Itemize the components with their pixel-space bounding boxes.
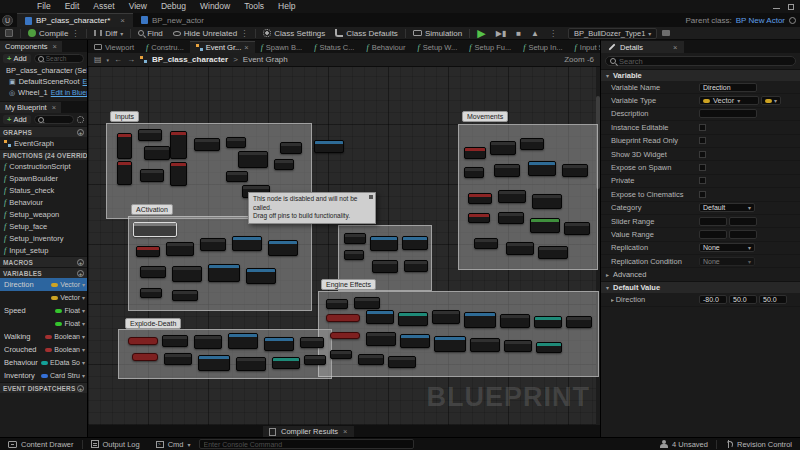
graph-node-dark[interactable] bbox=[474, 238, 498, 249]
graph-node-blue[interactable] bbox=[366, 310, 394, 324]
variable-row[interactable]: InventoryCard Stru▾ bbox=[0, 369, 87, 382]
variable-section-header[interactable]: ▾Variable bbox=[601, 69, 800, 81]
frame-skip-button[interactable]: ▶▮ bbox=[491, 27, 512, 40]
variable-row[interactable]: Vector▾ bbox=[0, 291, 87, 304]
close-icon[interactable]: × bbox=[673, 43, 677, 52]
graph-node-dark[interactable] bbox=[520, 138, 544, 150]
graph-node-dark[interactable] bbox=[300, 337, 324, 348]
checkbox[interactable] bbox=[699, 124, 706, 131]
kebab-icon[interactable]: ⋮ bbox=[240, 29, 248, 38]
simulation-button[interactable]: Simulation bbox=[408, 27, 467, 40]
graph-node-dark[interactable] bbox=[470, 338, 500, 352]
comment-label[interactable]: Explode-Death bbox=[125, 318, 181, 329]
graph-node-dark[interactable] bbox=[172, 290, 198, 301]
graph-node-blue[interactable] bbox=[228, 333, 258, 349]
graph-item[interactable]: EventGraph bbox=[0, 137, 87, 149]
graph-node-dark[interactable] bbox=[344, 250, 364, 260]
vector-component-field-z[interactable]: 50.0 bbox=[759, 295, 787, 304]
graph-node-red[interactable] bbox=[117, 133, 132, 159]
graph-node-dark[interactable] bbox=[236, 357, 266, 371]
comment-label[interactable]: Inputs bbox=[110, 111, 139, 122]
graph-node-blue[interactable] bbox=[402, 236, 428, 250]
add-blueprint-item-button[interactable]: + Add bbox=[3, 115, 31, 124]
function-item[interactable]: fSetup_face bbox=[0, 220, 87, 232]
graph-node-dark[interactable] bbox=[500, 314, 530, 328]
graph-node-dark[interactable] bbox=[564, 222, 590, 235]
console-command-input[interactable] bbox=[199, 439, 414, 449]
comment-label[interactable]: ACtivation bbox=[131, 204, 173, 215]
select-dropdown[interactable]: Default▾ bbox=[699, 203, 755, 212]
function-item[interactable]: fInput_setup bbox=[0, 244, 87, 256]
details-tab[interactable]: Details × bbox=[601, 41, 684, 53]
graph-node-dark[interactable] bbox=[166, 242, 194, 256]
vector-component-field-y[interactable]: 50.0 bbox=[729, 295, 757, 304]
graph-tab-constru-[interactable]: fConstru... bbox=[140, 41, 190, 53]
graph-node-dark[interactable] bbox=[330, 350, 352, 359]
content-drawer-button[interactable]: Content Drawer bbox=[0, 438, 82, 450]
graph-node-dark[interactable] bbox=[140, 288, 162, 298]
functions-section-header[interactable]: FUNCTIONS (24 OVERRIDABLE)+ bbox=[0, 149, 87, 160]
revision-control-button[interactable]: Revision Control bbox=[717, 438, 800, 450]
chevron-down-icon[interactable]: ▾ bbox=[82, 320, 85, 327]
maximize-icon[interactable] bbox=[788, 4, 794, 10]
breadcrumb-root[interactable]: BP_class_character bbox=[152, 55, 228, 64]
variable-row[interactable]: DirectionVector▾ bbox=[0, 278, 87, 291]
range-max-field[interactable] bbox=[729, 230, 757, 239]
graph-node-dark[interactable] bbox=[388, 356, 416, 368]
graph-node-dark[interactable] bbox=[432, 310, 460, 324]
range-min-field[interactable] bbox=[699, 217, 727, 226]
graph-node-dark[interactable] bbox=[164, 353, 192, 365]
graph-node-dark[interactable] bbox=[140, 266, 166, 278]
add-circle-icon[interactable]: + bbox=[77, 259, 84, 266]
event-graph-canvas[interactable]: BLUEPRINT InputsMovementsACtivationExplo… bbox=[88, 67, 600, 425]
graph-node-blue[interactable] bbox=[314, 140, 344, 153]
chevron-down-icon[interactable]: ▾ bbox=[82, 346, 85, 353]
graph-node-dark[interactable] bbox=[358, 354, 384, 365]
add-circle-icon[interactable]: + bbox=[77, 385, 84, 392]
forward-icon[interactable]: → bbox=[127, 55, 135, 64]
diff-button[interactable]: Diff ▾ bbox=[89, 27, 128, 40]
add-component-button[interactable]: + Add bbox=[3, 54, 31, 63]
container-type-dropdown[interactable]: ▾ bbox=[761, 96, 781, 105]
menu-tools[interactable]: Tools bbox=[237, 0, 271, 13]
graph-node-dark[interactable] bbox=[172, 266, 202, 282]
graph-node-dark[interactable] bbox=[498, 190, 526, 203]
graph-tab-status-c-[interactable]: fStatus C... bbox=[308, 41, 360, 53]
graph-node-dark[interactable] bbox=[538, 246, 568, 259]
graph-node-dark[interactable] bbox=[140, 169, 164, 182]
graph-node-red[interactable] bbox=[468, 213, 490, 223]
graph-node-red[interactable] bbox=[117, 161, 132, 185]
edit-in-blueprint-link[interactable]: Edit in Blueprint bbox=[51, 89, 87, 96]
graph-node-teal[interactable] bbox=[534, 316, 562, 328]
graph-node-dark[interactable] bbox=[226, 171, 248, 182]
select-dropdown[interactable]: None▾ bbox=[699, 243, 755, 252]
variable-row[interactable]: WalkingBoolean▾ bbox=[0, 330, 87, 343]
list-icon[interactable]: ▤ bbox=[94, 55, 102, 64]
graph-tab-input-se-[interactable]: fInput Se... bbox=[569, 41, 600, 53]
menu-file[interactable]: File bbox=[30, 0, 58, 13]
graph-tab-event-gr-[interactable]: Event Gr...× bbox=[190, 41, 255, 53]
graph-node-blue[interactable] bbox=[198, 355, 230, 371]
graph-node-teal[interactable] bbox=[272, 357, 300, 369]
edit-in-blueprint-link[interactable]: Edit in Bl bbox=[83, 78, 88, 85]
graphs-section-header[interactable]: GRAPHS+ bbox=[0, 126, 87, 137]
graph-node-dark[interactable] bbox=[144, 146, 170, 160]
text-field[interactable] bbox=[699, 109, 757, 118]
chevron-down-icon[interactable]: ▾ bbox=[82, 294, 85, 301]
advanced-expander[interactable]: ▸Advanced bbox=[601, 268, 800, 281]
graph-tab-behaviour[interactable]: fBehaviour bbox=[360, 41, 411, 53]
graph-node-teal[interactable] bbox=[398, 312, 428, 326]
text-field[interactable]: Direction bbox=[699, 83, 757, 92]
type-dropdown[interactable]: Vector▾ bbox=[699, 96, 759, 105]
graph-node-redpill[interactable] bbox=[330, 332, 360, 339]
hide-unrelated-button[interactable]: Hide Unrelated ⋮ bbox=[168, 27, 253, 40]
graph-node-blue[interactable] bbox=[370, 236, 398, 251]
my-blueprint-tab[interactable]: My Blueprint × bbox=[0, 102, 61, 113]
kebab-icon[interactable]: ⋮ bbox=[71, 29, 79, 38]
graph-node-dark[interactable] bbox=[354, 297, 380, 309]
graph-node-dark[interactable] bbox=[490, 141, 516, 155]
menu-debug[interactable]: Debug bbox=[154, 0, 193, 13]
graph-tab-setup-in-[interactable]: fSetup In... bbox=[517, 41, 568, 53]
menu-window[interactable]: Window bbox=[193, 0, 237, 13]
components-search-input[interactable]: Search bbox=[34, 54, 84, 63]
